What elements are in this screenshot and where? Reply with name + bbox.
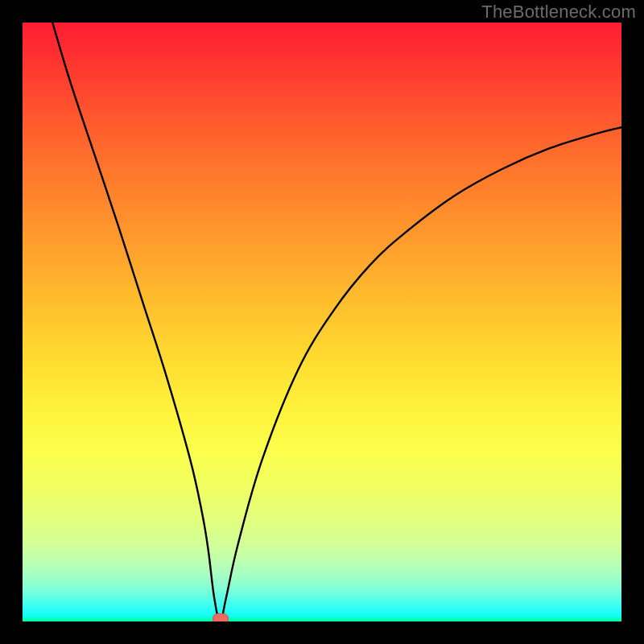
optimal-point-marker [213,613,229,621]
watermark-text: TheBottleneck.com [481,2,636,23]
bottleneck-curve [52,23,621,621]
curve-layer [23,23,621,621]
chart-frame: TheBottleneck.com [0,0,644,644]
plot-area [23,23,621,621]
